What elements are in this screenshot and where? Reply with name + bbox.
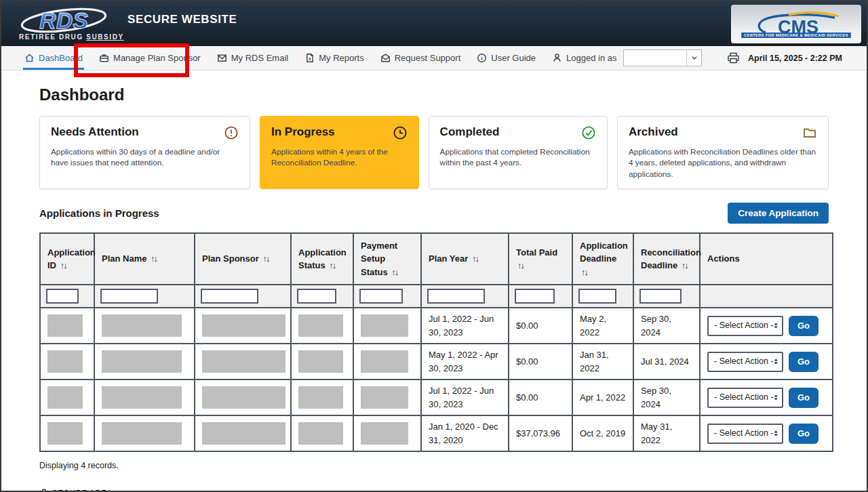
cms-caption: CENTERS FOR MEDICARE & MEDICAID SERVICES <box>741 33 850 38</box>
redacted-application-id <box>47 386 83 409</box>
nav-right-group: April 15, 2025 - 2:22 PM <box>727 52 857 64</box>
go-button[interactable]: Go <box>789 424 818 444</box>
total-paid-cell: $0.00 <box>509 308 572 344</box>
card-archived[interactable]: Archived Applications with Reconciliatio… <box>617 116 829 189</box>
go-button[interactable]: Go <box>789 352 818 372</box>
nav-my-reports[interactable]: x My Reports <box>304 46 363 70</box>
filter-total-paid-input[interactable] <box>515 289 555 304</box>
col-header-plan-name[interactable]: Plan Name ↑↓ <box>94 233 195 285</box>
logged-in-user-value <box>624 50 686 66</box>
create-application-button[interactable]: Create Application <box>728 203 829 224</box>
card-title: In Progress <box>271 125 335 139</box>
card-description: Applications within 4 years of the Recon… <box>271 146 408 169</box>
redacted-application-id <box>47 422 83 445</box>
info-circle-icon <box>477 53 487 63</box>
redacted-application-id <box>47 314 83 337</box>
file-x-icon: x <box>304 53 315 63</box>
go-button[interactable]: Go <box>789 316 818 336</box>
action-select[interactable]: - Select Action - <box>707 424 783 444</box>
chevron-down-icon <box>686 50 701 66</box>
col-header-plan-year[interactable]: Plan Year ↑↓ <box>421 233 509 285</box>
check-circle-icon <box>581 125 596 140</box>
table-row: Jul 1, 2022 - Jun 30, 2023 $0.00 Apr 1, … <box>40 380 833 415</box>
cms-logo[interactable]: CMS CENTERS FOR MEDICARE & MEDICAID SERV… <box>731 5 861 43</box>
home-icon <box>24 53 35 63</box>
redacted-application-status <box>298 314 343 337</box>
col-header-reconciliation-deadline[interactable]: Reconciliation Deadline ↑↓ <box>633 233 700 285</box>
redacted-application-status <box>298 386 343 409</box>
nav-user-guide[interactable]: User Guide <box>477 46 536 70</box>
nav-dashboard[interactable]: DashBoard <box>24 46 83 70</box>
page-title: Dashboard <box>39 85 829 104</box>
sort-icon: ↑↓ <box>60 260 66 270</box>
filter-application-deadline-input[interactable] <box>578 289 616 304</box>
col-header-plan-sponsor[interactable]: Plan Sponsor ↑↓ <box>195 233 291 285</box>
filter-application-status-input[interactable] <box>297 289 336 304</box>
svg-text:RDS: RDS <box>39 7 88 33</box>
card-description: Applications within 30 days of a deadlin… <box>51 146 239 169</box>
nav-request-support[interactable]: Request Support <box>380 46 461 70</box>
card-title: Needs Attention <box>51 125 139 139</box>
sort-icon: ↑↓ <box>391 267 397 277</box>
redacted-plan-name <box>102 386 182 409</box>
filter-plan-name-input[interactable] <box>100 289 158 304</box>
select-arrows-icon <box>774 393 778 402</box>
filter-plan-year-input[interactable] <box>427 289 485 304</box>
redacted-payment-setup-status <box>361 314 408 337</box>
table-filter-row <box>40 285 833 308</box>
filter-payment-setup-status-input[interactable] <box>359 289 403 304</box>
redacted-plan-name <box>102 422 182 445</box>
col-header-total-paid[interactable]: Total Paid ↑↓ <box>509 233 572 285</box>
redacted-plan-name <box>102 314 182 337</box>
col-header-application-deadline[interactable]: Application Deadline ↑↓ <box>572 233 633 285</box>
logged-in-user-select[interactable] <box>623 49 702 66</box>
redacted-payment-setup-status <box>361 350 408 373</box>
nav-manage-plan-sponsor[interactable]: Manage Plan Sponsor <box>99 46 201 70</box>
reconciliation-deadline-cell: Sep 30, 2024 <box>633 380 700 415</box>
site-label: SECURE WEBSITE <box>127 13 237 26</box>
alert-circle-icon <box>224 125 239 140</box>
total-paid-cell: $37,073.96 <box>509 415 572 451</box>
action-select[interactable]: - Select Action - <box>707 316 783 336</box>
total-paid-cell: $0.00 <box>509 344 572 380</box>
select-arrows-icon <box>774 357 778 366</box>
redacted-plan-sponsor <box>202 350 285 373</box>
main-content: Dashboard Needs Attention Applications w… <box>1 70 867 492</box>
status-cards: Needs Attention Applications within 30 d… <box>39 116 829 189</box>
lock-icon <box>39 488 49 492</box>
section-title: Applications in Progress <box>39 207 159 219</box>
application-deadline-cell: Jan 31, 2022 <box>572 344 633 380</box>
redacted-payment-setup-status <box>361 386 408 409</box>
table-row: May 1, 2022 - Apr 30, 2023 $0.00 Jan 31,… <box>40 344 833 380</box>
rds-logo[interactable]: RDS RETIREE DRUG SUBSIDY <box>19 7 113 41</box>
filter-plan-sponsor-input[interactable] <box>201 289 258 304</box>
application-deadline-cell: May 2, 2022 <box>572 308 633 344</box>
application-deadline-cell: Apr 1, 2022 <box>572 380 633 415</box>
action-select[interactable]: - Select Action - <box>707 352 783 372</box>
filter-application-id-input[interactable] <box>46 289 79 304</box>
card-needs-attention[interactable]: Needs Attention Applications within 30 d… <box>39 116 250 189</box>
go-button[interactable]: Go <box>789 388 818 408</box>
rds-secure-website-window: RDS RETIREE DRUG SUBSIDY SECURE WEBSITE … <box>0 0 868 492</box>
reconciliation-deadline-cell: Jul 31, 2024 <box>633 344 700 380</box>
redacted-application-id <box>47 350 83 373</box>
action-select[interactable]: - Select Action - <box>707 388 783 408</box>
application-deadline-cell: Oct 2, 2019 <box>572 415 633 451</box>
applications-table: Application ID ↑↓ Plan Name ↑↓ Plan Spon… <box>39 232 833 453</box>
plan-year-cell: Jul 1, 2022 - Jun 30, 2023 <box>421 380 509 415</box>
col-header-application-id[interactable]: Application ID ↑↓ <box>40 233 94 285</box>
plan-year-cell: Jul 1, 2022 - Jun 30, 2023 <box>421 308 509 344</box>
card-description: Applications with Reconciliation Deadlin… <box>629 146 817 180</box>
col-header-payment-setup-status[interactable]: Payment Setup Status ↑↓ <box>353 233 421 285</box>
filter-reconciliation-deadline-input[interactable] <box>639 289 682 304</box>
applications-section-header: Applications in Progress Create Applicat… <box>39 203 829 224</box>
redacted-plan-name <box>102 350 182 373</box>
envelope-icon <box>217 53 227 63</box>
card-completed[interactable]: Completed Applications that completed Re… <box>429 116 608 189</box>
card-in-progress[interactable]: In Progress Applications within 4 years … <box>260 116 419 189</box>
col-header-application-status[interactable]: Application Status ↑↓ <box>291 233 353 285</box>
table-row: Jan 1, 2020 - Dec 31, 2020 $37,073.96 Oc… <box>40 415 833 451</box>
redacted-application-status <box>298 422 343 445</box>
nav-my-rds-email[interactable]: My RDS Email <box>217 46 289 70</box>
print-button[interactable] <box>727 52 740 64</box>
